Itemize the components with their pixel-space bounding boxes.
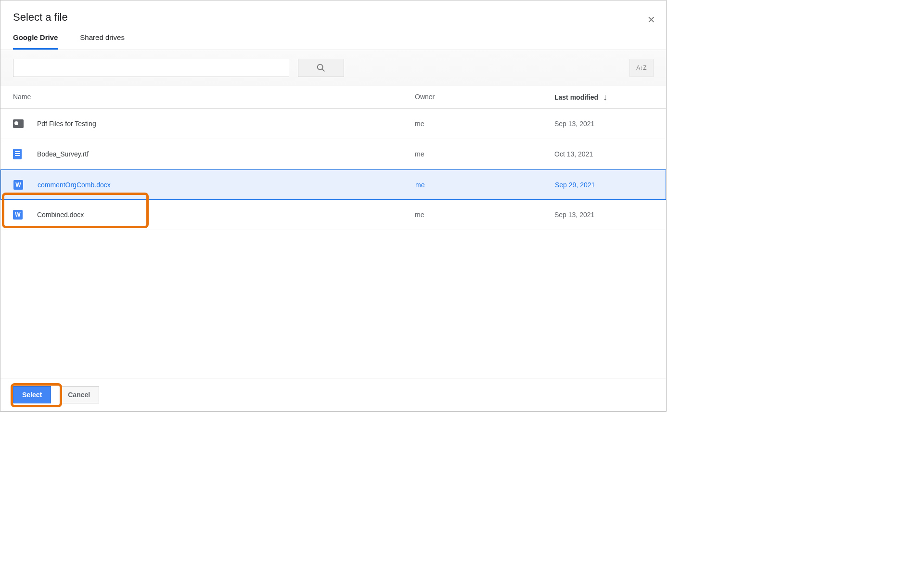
svg-point-0 [318,65,323,70]
file-owner: me [415,150,554,158]
file-row[interactable]: WCombined.docxmeSep 13, 2021 [0,200,666,230]
tabs: Google Drive Shared drives [0,24,666,50]
file-name: Pdf Files for Testing [37,120,415,128]
list-header: Name Owner Last modified ↓ [0,86,666,109]
col-owner[interactable]: Owner [415,93,554,102]
file-name: Combined.docx [37,211,415,219]
word-doc-icon: W [13,210,23,220]
dialog-footer: Select Cancel [0,378,666,411]
file-name: commentOrgComb.docx [38,181,415,189]
close-button[interactable]: ✕ [647,14,655,26]
file-row[interactable]: Bodea_Survey.rtfmeOct 13, 2021 [0,139,666,169]
file-modified: Oct 13, 2021 [554,150,654,158]
file-name: Bodea_Survey.rtf [37,150,415,158]
google-doc-icon [13,149,22,159]
search-button[interactable] [298,59,344,77]
col-name[interactable]: Name [13,93,415,102]
tab-google-drive[interactable]: Google Drive [13,33,58,50]
search-icon [316,63,326,73]
file-modified: Sep 29, 2021 [555,181,653,189]
file-row[interactable]: Pdf Files for TestingmeSep 13, 2021 [0,109,666,139]
col-last-modified[interactable]: Last modified ↓ [554,93,654,102]
file-owner: me [415,181,555,189]
file-owner: me [415,211,554,219]
file-row[interactable]: WcommentOrgComb.docxmeSep 29, 2021 [0,169,666,200]
word-doc-icon: W [13,180,23,190]
file-owner: me [415,120,554,128]
sort-az-icon: A↕Z [636,65,646,71]
folder-shared-icon [13,119,24,128]
sort-button[interactable]: A↕Z [629,59,654,77]
svg-line-1 [322,69,325,72]
arrow-down-icon: ↓ [603,93,607,102]
file-modified: Sep 13, 2021 [554,120,654,128]
col-last-modified-label: Last modified [554,93,598,101]
search-input[interactable] [13,59,289,77]
cancel-button[interactable]: Cancel [59,386,99,403]
dialog-title: Select a file [13,11,654,24]
tab-shared-drives[interactable]: Shared drives [80,33,125,50]
select-button[interactable]: Select [13,386,51,403]
toolbar: A↕Z [0,50,666,86]
file-modified: Sep 13, 2021 [554,211,654,219]
